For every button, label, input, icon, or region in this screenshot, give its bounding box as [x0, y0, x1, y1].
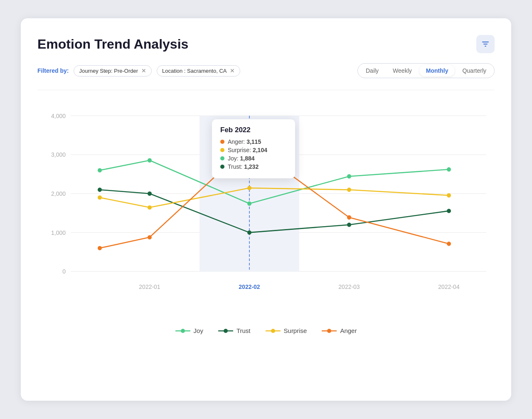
filter-row: Filtered by: Journey Step: Pre-Order ✕ L…	[37, 63, 495, 78]
legend-item-surprise: Surprise	[266, 327, 307, 334]
time-toggle: Daily Weekly Monthly Quarterly	[357, 63, 495, 78]
svg-point-29	[347, 187, 351, 192]
svg-point-34	[347, 215, 351, 219]
legend-item-anger: Anger	[322, 327, 357, 334]
filter-icon-button[interactable]	[476, 35, 495, 53]
filter-chip-location-label: Location : Sacramento, CA	[162, 68, 227, 74]
svg-text:0: 0	[62, 268, 66, 275]
filter-icon	[481, 40, 490, 48]
svg-point-23	[247, 230, 251, 234]
svg-point-28	[247, 186, 251, 190]
svg-point-18	[247, 202, 251, 206]
filter-chip-journey-label: Journey Step: Pre-Order	[79, 68, 138, 74]
svg-point-43	[327, 329, 331, 333]
svg-point-22	[148, 192, 152, 196]
svg-text:2022-02: 2022-02	[239, 283, 260, 290]
svg-point-24	[347, 222, 351, 227]
svg-text:4,000: 4,000	[51, 113, 66, 119]
legend-item-trust: Trust	[218, 327, 251, 334]
svg-text:1,000: 1,000	[51, 229, 66, 236]
svg-point-35	[447, 242, 451, 246]
legend-surprise-label: Surprise	[284, 327, 307, 334]
filter-chip-journey-remove[interactable]: ✕	[141, 68, 146, 74]
svg-text:2022-01: 2022-01	[139, 283, 160, 290]
svg-text:3,000: 3,000	[51, 151, 66, 158]
header-row: Emotion Trend Analysis	[37, 35, 495, 53]
svg-point-33	[247, 142, 252, 147]
legend-joy-label: Joy	[194, 327, 203, 334]
svg-point-41	[271, 329, 275, 333]
chart-area: 4,000 3,000 2,000 1,000 0 2022-01 2022-0…	[37, 99, 495, 315]
filter-chip-location-remove[interactable]: ✕	[230, 68, 235, 74]
legend-row: Joy Trust Surprise Anger	[37, 327, 495, 334]
legend-item-joy: Joy	[175, 327, 203, 334]
svg-point-32	[148, 235, 152, 239]
filter-chip-journey: Journey Step: Pre-Order ✕	[74, 65, 152, 76]
svg-point-25	[447, 209, 451, 213]
filter-label: Filtered by:	[37, 67, 69, 74]
svg-point-21	[98, 187, 102, 192]
svg-text:2,000: 2,000	[51, 190, 66, 197]
svg-text:2022-03: 2022-03	[338, 283, 360, 290]
legend-anger-icon	[322, 328, 337, 334]
svg-text:2022-04: 2022-04	[438, 283, 459, 290]
page-title: Emotion Trend Analysis	[37, 37, 188, 52]
legend-trust-label: Trust	[236, 327, 251, 334]
svg-point-37	[181, 329, 185, 333]
legend-surprise-icon	[266, 328, 281, 334]
filter-chip-location: Location : Sacramento, CA ✕	[157, 65, 240, 76]
divider	[37, 90, 495, 90]
chart-svg: 4,000 3,000 2,000 1,000 0 2022-01 2022-0…	[37, 99, 495, 315]
legend-anger-label: Anger	[340, 327, 357, 334]
svg-point-17	[148, 158, 152, 163]
svg-point-30	[447, 193, 451, 197]
svg-point-39	[224, 329, 228, 333]
svg-point-27	[148, 205, 152, 210]
svg-point-19	[347, 174, 351, 178]
svg-point-31	[98, 246, 102, 250]
svg-point-20	[447, 167, 451, 171]
time-btn-daily[interactable]: Daily	[359, 65, 385, 76]
legend-joy-icon	[175, 328, 190, 334]
svg-point-16	[98, 168, 102, 172]
time-btn-quarterly[interactable]: Quarterly	[456, 65, 493, 76]
legend-trust-icon	[218, 328, 233, 334]
svg-point-26	[98, 195, 102, 200]
time-btn-monthly[interactable]: Monthly	[419, 65, 455, 76]
time-btn-weekly[interactable]: Weekly	[386, 65, 419, 76]
main-card: Emotion Trend Analysis Filtered by: Jour…	[21, 18, 511, 401]
